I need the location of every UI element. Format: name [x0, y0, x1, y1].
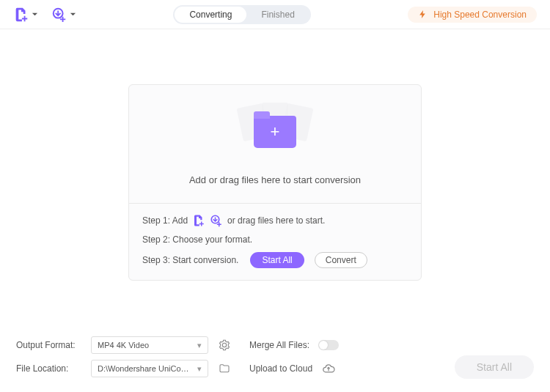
chevron-down-icon	[70, 11, 76, 18]
add-file-icon	[13, 7, 29, 23]
convert-button[interactable]: Convert	[315, 252, 367, 268]
high-speed-label: High Speed Conversion	[433, 10, 527, 20]
start-all-main-button[interactable]: Start All	[455, 355, 534, 379]
settings-gear-button[interactable]	[217, 339, 232, 351]
drop-instruction: Add or drag files here to start conversi…	[189, 174, 361, 185]
file-location-label: File Location:	[16, 363, 82, 374]
step-1: Step 1: Add or drag files here to start.	[142, 214, 408, 227]
drop-illustration: +	[231, 103, 319, 161]
start-all-button[interactable]: Start All	[250, 252, 304, 268]
folder-icon	[219, 363, 230, 374]
chevron-down-icon: ▾	[197, 364, 202, 374]
merge-label: Merge All Files:	[249, 340, 309, 350]
chevron-down-icon	[32, 11, 38, 18]
file-location-select[interactable]: D:\Wondershare UniConverter 1 ▾	[91, 360, 208, 377]
download-url-icon[interactable]	[210, 214, 223, 227]
high-speed-badge[interactable]: High Speed Conversion	[408, 7, 537, 23]
upload-cloud-button[interactable]	[321, 363, 336, 374]
drop-zone[interactable]: + Add or drag files here to start conver…	[128, 84, 422, 281]
output-format-label: Output Format:	[16, 340, 82, 350]
add-file-icon[interactable]	[192, 214, 205, 227]
folder-plus-icon: +	[254, 116, 296, 148]
download-url-icon	[51, 7, 67, 23]
gear-icon	[219, 339, 230, 351]
tab-converting[interactable]: Converting	[175, 7, 246, 23]
step-3: Step 3: Start conversion. Start All Conv…	[142, 252, 408, 268]
open-folder-button[interactable]	[217, 363, 232, 374]
merge-toggle[interactable]	[318, 340, 339, 350]
lightning-icon	[418, 10, 428, 19]
download-url-button[interactable]	[51, 7, 76, 23]
upload-cloud-label: Upload to Cloud	[249, 363, 312, 374]
tab-finished[interactable]: Finished	[246, 7, 309, 23]
cloud-icon	[321, 363, 336, 374]
chevron-down-icon: ▾	[197, 341, 202, 350]
mode-tabs: Converting Finished	[173, 5, 310, 24]
output-format-select[interactable]: MP4 4K Video ▾	[91, 336, 208, 354]
add-file-button[interactable]	[13, 7, 38, 23]
step-2: Step 2: Choose your format.	[142, 234, 408, 245]
